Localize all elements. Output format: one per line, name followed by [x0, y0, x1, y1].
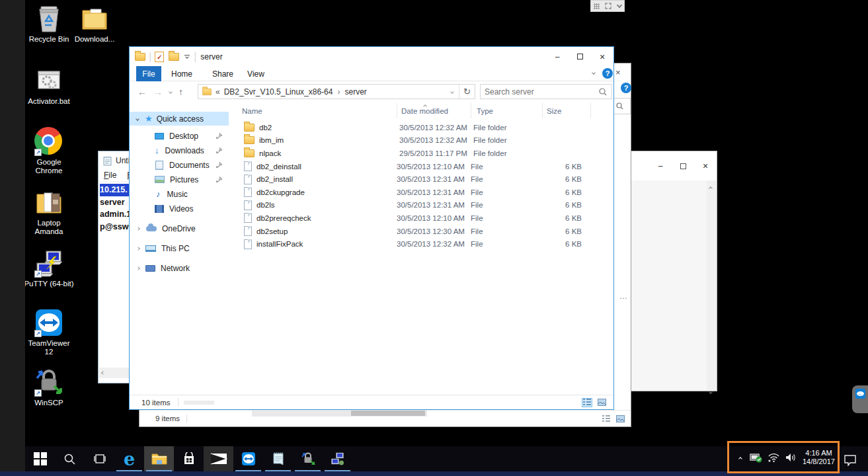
maximize-button[interactable]: [569, 47, 591, 66]
desktop-icon-winscp[interactable]: ↗ WinSCP: [23, 368, 75, 407]
column-header-size[interactable]: Size: [543, 103, 591, 118]
scroll-up-icon[interactable]: [709, 186, 713, 190]
teamviewer-panel-flap[interactable]: ↔: [852, 385, 868, 413]
file-row[interactable]: ibm_im 30/5/2013 12:32 AM File folder: [229, 134, 613, 147]
scroll-left-icon[interactable]: [101, 371, 105, 375]
nav-item-downloads[interactable]: ↓ Downloads: [130, 143, 229, 157]
file-row[interactable]: db2 30/5/2013 12:32 AM File folder: [229, 121, 613, 134]
refresh-icon[interactable]: ↻: [463, 87, 471, 97]
winscp-icon: [301, 452, 315, 466]
nav-label: Documents: [169, 161, 210, 170]
minimize-button[interactable]: –: [546, 47, 569, 66]
ribbon-expand-icon[interactable]: [592, 71, 596, 75]
taskbar-file-explorer[interactable]: [144, 446, 174, 471]
expand-icon[interactable]: [136, 227, 140, 231]
expand-icon[interactable]: [136, 247, 140, 251]
nav-item-documents[interactable]: Documents: [130, 158, 229, 172]
help-button[interactable]: ?: [602, 68, 613, 79]
window-titlebar[interactable]: – ×: [622, 151, 717, 180]
desktop-icon-label: Google Chrome: [23, 158, 75, 175]
help-button[interactable]: ?: [621, 83, 631, 93]
address-bar[interactable]: « DB2_Svr_V10.5_Linux_x86-64 › server ↻: [198, 84, 475, 99]
breadcrumb-overflow[interactable]: «: [216, 87, 220, 97]
file-type: File: [471, 240, 542, 248]
details-view-button[interactable]: [582, 398, 592, 407]
file-row[interactable]: installFixPack 30/5/2013 12:32 AM File 6…: [229, 237, 613, 251]
grid-icon[interactable]: [594, 3, 600, 9]
nav-item-desktop[interactable]: Desktop: [130, 129, 229, 143]
task-view-button[interactable]: [85, 446, 114, 471]
close-icon[interactable]: ×: [615, 67, 621, 77]
thumbnail-view-button[interactable]: [615, 414, 625, 423]
column-header-date[interactable]: Date modified: [397, 103, 471, 118]
fullscreen-icon[interactable]: [605, 3, 612, 9]
nav-item-music[interactable]: ♪ Music: [130, 187, 229, 201]
file-row[interactable]: db2_deinstall 30/5/2013 12:10 AM File 6 …: [229, 160, 613, 173]
desktop-icon-google-chrome[interactable]: ↗ Google Chrome: [23, 127, 75, 175]
file-row[interactable]: nlpack 29/5/2013 11:17 PM File folder: [229, 147, 613, 160]
explorer-titlebar[interactable]: | ✓ | server – ×: [130, 47, 613, 66]
expand-icon[interactable]: [136, 266, 140, 270]
taskbar-search-button[interactable]: [55, 446, 85, 471]
taskbar-edge[interactable]: e: [114, 446, 144, 471]
desktop-icon-recycle-bin[interactable]: Recycle Bin: [23, 4, 75, 44]
search-box[interactable]: [480, 84, 612, 99]
taskbar-teamviewer[interactable]: [233, 446, 263, 471]
file-date: 30/5/2013 12:30 AM: [397, 227, 471, 235]
desktop-icon-putty[interactable]: ↗ PuTTY (64-bit): [23, 249, 75, 288]
qat-newfolder-icon[interactable]: [169, 53, 179, 61]
file-row[interactable]: db2_install 30/5/2013 12:31 AM File 6 KB: [229, 173, 613, 186]
qat-properties-icon[interactable]: ✓: [155, 52, 164, 62]
up-icon[interactable]: ↑: [178, 87, 183, 97]
minimize-button[interactable]: –: [649, 151, 672, 180]
maximize-button[interactable]: [672, 151, 694, 180]
collapse-icon[interactable]: [136, 117, 139, 121]
column-header-name[interactable]: Name: [229, 103, 397, 118]
file-row[interactable]: db2ckupgrade 30/5/2013 12:31 AM File 6 K…: [229, 186, 613, 199]
scroll-down-icon[interactable]: [709, 390, 713, 394]
nav-quick-access[interactable]: ★ Quick access: [130, 112, 229, 126]
start-button[interactable]: [25, 446, 55, 471]
desktop-icon-teamviewer[interactable]: ↗ TeamViewer 12: [23, 308, 75, 356]
file-row[interactable]: db2prereqcheck 30/5/2013 12:10 AM File 6…: [229, 212, 613, 225]
taskbar-putty[interactable]: [323, 446, 352, 471]
store-icon: [182, 452, 196, 465]
breadcrumb-current[interactable]: server: [344, 87, 366, 97]
desktop-icon-laptop-amanda[interactable]: Laptop Amanda: [23, 188, 75, 236]
back-icon[interactable]: ←: [138, 87, 147, 97]
thumbnail-view-button[interactable]: [596, 398, 607, 407]
nav-item-videos[interactable]: Videos: [130, 202, 229, 216]
forward-icon[interactable]: →: [153, 87, 163, 97]
menu-file[interactable]: File: [99, 170, 122, 181]
address-dropdown-icon[interactable]: [450, 90, 454, 94]
tab-home[interactable]: Home: [168, 66, 196, 81]
recent-locations-icon[interactable]: [169, 90, 173, 94]
desktop-icon-downloads[interactable]: Download...: [70, 4, 119, 44]
close-button[interactable]: ×: [694, 151, 717, 180]
tab-view[interactable]: View: [243, 66, 268, 81]
nav-item-onedrive[interactable]: OneDrive: [130, 221, 229, 235]
background-window-right: – ×: [621, 151, 717, 391]
nav-item-pictures[interactable]: Pictures: [130, 173, 229, 186]
tab-file[interactable]: File: [136, 66, 161, 81]
taskbar-notepad[interactable]: [263, 446, 293, 471]
nav-item-network[interactable]: Network: [130, 261, 229, 275]
file-row[interactable]: db2ls 30/5/2013 12:31 AM File 6 KB: [229, 199, 613, 212]
close-button[interactable]: ×: [591, 47, 613, 66]
nav-item-this-pc[interactable]: This PC: [130, 241, 229, 255]
taskbar-store[interactable]: [174, 446, 204, 471]
chevron-down-icon[interactable]: [617, 2, 622, 7]
taskbar-winscp[interactable]: [293, 446, 323, 471]
qat-customize-icon[interactable]: [184, 55, 190, 59]
taskbar-mail[interactable]: [204, 446, 233, 471]
details-view-button[interactable]: [601, 414, 612, 423]
desktop-icon-activator[interactable]: Activator.bat: [23, 66, 75, 106]
action-center-icon[interactable]: [844, 454, 857, 466]
breadcrumb-parent[interactable]: DB2_Svr_V10.5_Linux_x86-64: [224, 87, 333, 97]
recycle-bin-icon: [34, 4, 63, 33]
column-header-type[interactable]: Type: [471, 103, 543, 118]
search-input[interactable]: [481, 87, 599, 97]
vertical-scrollbar[interactable]: [707, 180, 717, 391]
tab-share[interactable]: Share: [209, 66, 237, 81]
file-row[interactable]: db2setup 30/5/2013 12:30 AM File 6 KB: [229, 225, 613, 238]
